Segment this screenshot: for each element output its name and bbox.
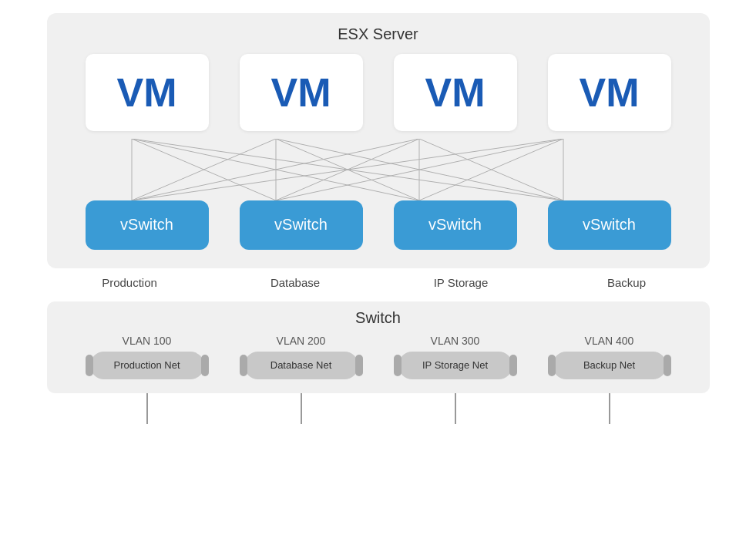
vline-1 <box>86 393 209 424</box>
vswitch-box-4: vSwitch <box>548 200 671 250</box>
vswitch-label-4: Backup <box>565 276 688 289</box>
vlines-row <box>47 393 710 424</box>
vm-row: VM VM VM VM <box>70 54 687 131</box>
vswitch-label-3: IP Storage <box>399 276 522 289</box>
vlan-col-4: VLAN 400 Backup Net <box>548 335 671 379</box>
switch-section: Switch VLAN 100 Production Net VLAN 200 … <box>47 301 710 393</box>
vlan-col-2: VLAN 200 Database Net <box>240 335 363 379</box>
vswitch-labels: Production Database IP Storage Backup <box>47 276 710 289</box>
vswitch-box-3: vSwitch <box>394 200 517 250</box>
vm-box-4: VM <box>548 54 671 131</box>
network-pill-2: Database Net <box>244 352 358 379</box>
vm-box-2: VM <box>240 54 363 131</box>
vlan-label-2: VLAN 200 <box>277 335 326 347</box>
vswitch-row: vSwitch vSwitch vSwitch vSwitch <box>70 200 687 250</box>
network-pill-1: Production Net <box>90 352 204 379</box>
vlan-label-1: VLAN 100 <box>123 335 172 347</box>
vswitch-label-1: Production <box>68 276 191 289</box>
vm-box-1: VM <box>86 54 209 131</box>
esx-server-title: ESX Server <box>70 25 687 43</box>
vlan-col-3: VLAN 300 IP Storage Net <box>394 335 517 379</box>
vlan-label-4: VLAN 400 <box>585 335 634 347</box>
vswitch-label-2: Database <box>234 276 357 289</box>
vm-box-3: VM <box>394 54 517 131</box>
switch-title: Switch <box>70 309 687 327</box>
vline-3 <box>394 393 517 424</box>
vlan-col-1: VLAN 100 Production Net <box>86 335 209 379</box>
vswitch-box-2: vSwitch <box>240 200 363 250</box>
network-pill-4: Backup Net <box>553 352 667 379</box>
vswitch-box-1: vSwitch <box>86 200 209 250</box>
diagram-container: ESX Server VM VM VM VM <box>24 13 733 530</box>
connectors-svg <box>70 139 687 200</box>
network-pill-3: IP Storage Net <box>398 352 512 379</box>
vlan-label-3: VLAN 300 <box>431 335 480 347</box>
vline-2 <box>240 393 363 424</box>
vline-4 <box>548 393 671 424</box>
esx-server-box: ESX Server VM VM VM VM <box>47 13 710 268</box>
vlan-row: VLAN 100 Production Net VLAN 200 Databas… <box>70 335 687 379</box>
